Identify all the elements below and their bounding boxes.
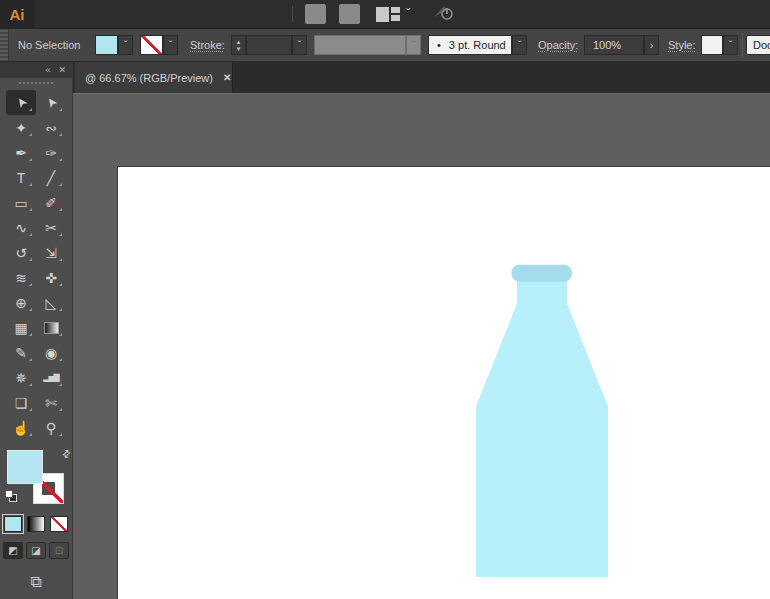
fill-color-chevron[interactable]: ˇ [118, 35, 133, 55]
tools-panel-grip[interactable] [0, 78, 72, 88]
tools-panel-header: « ✕ [0, 62, 72, 78]
symbol-sprayer-tool[interactable]: ✵ [6, 365, 36, 390]
style-chevron[interactable]: ˇ [723, 35, 738, 55]
line-segment-tool[interactable]: ╱ [36, 165, 66, 190]
width-profile-dropdown [314, 35, 406, 55]
color-gradient-none-row [0, 516, 72, 532]
bottle-artwork[interactable] [73, 94, 770, 599]
fill-color-swatch[interactable] [95, 35, 118, 55]
controlbar-separator [742, 33, 743, 57]
column-graph-tool[interactable]: ▂▅▇ [36, 365, 66, 390]
mesh-tool[interactable]: ▦ [6, 315, 36, 340]
hand-tool[interactable]: ☝ [6, 415, 36, 440]
color-button[interactable] [4, 516, 22, 532]
tool-icon: ▦ [14, 320, 27, 336]
opacity-field[interactable]: 100% [584, 35, 644, 55]
tab-close-icon[interactable]: ✕ [223, 72, 231, 83]
draw-mode-icon: ◩ [8, 545, 17, 556]
gpu-performance-icon[interactable] [432, 3, 454, 25]
swap-fill-stroke-icon[interactable]: ⇄ [59, 447, 73, 461]
fill-proxy-swatch[interactable] [7, 450, 43, 484]
type-tool[interactable]: T [6, 165, 36, 190]
tool-icon: ⇲ [45, 245, 57, 261]
opacity-label[interactable]: Opacity: [538, 35, 578, 55]
brush-definition-dropdown[interactable]: • 3 pt. Round [428, 35, 512, 55]
chevron-down-icon: ˇ [298, 39, 302, 51]
tool-icon: ▭ [14, 195, 27, 211]
bridge-button[interactable] [305, 4, 326, 24]
tools-grid: ➤ ➤ ✦ ∾ ✒ ✑ T ╱ ▭ ✐ ∿ ✂ ↺ ⇲ ≋ ✜ [0, 88, 72, 440]
draw-mode-icon: ⊡ [55, 545, 63, 556]
lasso-tool[interactable]: ∾ [36, 115, 66, 140]
tool-icon: ☝ [12, 420, 29, 436]
stock-button[interactable] [339, 4, 360, 24]
rectangle-tool[interactable]: ▭ [6, 190, 36, 215]
stroke-width-field[interactable] [246, 35, 292, 55]
tool-icon: ∾ [45, 120, 57, 136]
brush-value: 3 pt. Round [449, 39, 506, 51]
tool-icon: ✵ [15, 370, 27, 386]
tool-icon: ✒ [15, 145, 27, 161]
direct-selection-tool[interactable]: ➤ [36, 90, 66, 115]
stepper-up-icon: ▴ [237, 38, 241, 45]
puppet-warp-tool[interactable]: ✜ [36, 265, 66, 290]
stroke-label[interactable]: Stroke: [190, 35, 225, 55]
brush-chevron[interactable]: ˇ [512, 35, 527, 55]
width-tool[interactable]: ≋ [6, 265, 36, 290]
draw-normal-button[interactable]: ◩ [3, 542, 23, 559]
bottle-cap-shape[interactable] [512, 265, 573, 282]
eyedropper-tool[interactable]: ✎ [6, 340, 36, 365]
chevron-down-icon: ˇ [169, 39, 173, 51]
none-button[interactable] [50, 516, 68, 532]
zoom-tool[interactable]: ⚲ [36, 415, 66, 440]
default-fill-stroke-icon[interactable] [5, 490, 17, 502]
quick-buttons [305, 4, 360, 24]
arrange-documents-control[interactable]: ˇ [376, 7, 410, 22]
artboard-tool[interactable]: ❏ [6, 390, 36, 415]
slice-tool[interactable]: ✄ [36, 390, 66, 415]
canvas-area[interactable] [73, 93, 770, 599]
selection-tool[interactable]: ➤ [6, 90, 36, 115]
style-label[interactable]: Style: [668, 35, 696, 55]
perspective-grid-tool[interactable]: ◺ [36, 290, 66, 315]
document-tab[interactable]: @ 66.67% (RGB/Preview) ✕ [75, 62, 233, 93]
fill-stroke-area: ⇄ [0, 446, 72, 512]
bottle-body-shape[interactable] [476, 279, 608, 577]
chevron-right-icon: › [650, 39, 654, 51]
shaper-tool[interactable]: ∿ [6, 215, 36, 240]
draw-inside-button[interactable]: ⊡ [49, 542, 69, 559]
tool-icon: ∿ [15, 220, 27, 236]
tool-icon: T [17, 170, 26, 186]
collapse-panel-icon[interactable]: « [45, 65, 50, 75]
scissors-tool[interactable]: ✂ [36, 215, 66, 240]
scale-tool[interactable]: ⇲ [36, 240, 66, 265]
gradient-tool[interactable]: ▩ [36, 315, 66, 340]
draw-behind-button[interactable]: ◪ [26, 542, 46, 559]
blend-tool[interactable]: ◉ [36, 340, 66, 365]
document-setup-button[interactable]: Docu [746, 35, 770, 55]
tool-icon: ✑ [45, 145, 57, 161]
stroke-width-stepper[interactable]: ▴ ▾ [231, 35, 246, 55]
arrange-documents-icon [376, 7, 402, 22]
chevron-down-icon: ˇ [406, 9, 410, 19]
gradient-button[interactable] [27, 516, 45, 532]
controlbar-grip[interactable] [0, 29, 9, 62]
pen-tool[interactable]: ✒ [6, 140, 36, 165]
rotate-tool[interactable]: ↺ [6, 240, 36, 265]
tools-panel: « ✕ ➤ ➤ ✦ ∾ ✒ ✑ T ╱ ▭ ✐ ∿ ✂ ↺ [0, 62, 73, 599]
width-profile-chevron: ˇ [406, 35, 421, 55]
close-panel-icon[interactable]: ✕ [58, 65, 66, 75]
stroke-color-swatch[interactable] [140, 35, 163, 55]
curvature-tool[interactable]: ✑ [36, 140, 66, 165]
tool-icon: ➤ [12, 94, 31, 112]
opacity-arrow-button[interactable]: › [644, 35, 659, 55]
stepper-down-icon: ▾ [237, 45, 241, 52]
tool-icon: ✜ [45, 270, 57, 286]
magic-wand-tool[interactable]: ✦ [6, 115, 36, 140]
shape-builder-tool[interactable]: ⊕ [6, 290, 36, 315]
screen-mode-button[interactable]: ⧉ [0, 573, 72, 591]
stroke-color-chevron[interactable]: ˇ [163, 35, 178, 55]
style-swatch[interactable] [701, 35, 723, 55]
stroke-width-chevron[interactable]: ˇ [292, 35, 307, 55]
paintbrush-tool[interactable]: ✐ [36, 190, 66, 215]
